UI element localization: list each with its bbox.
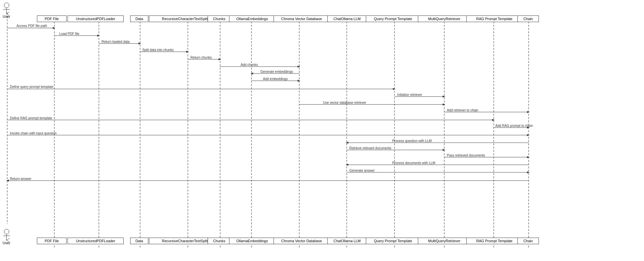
svg-text:Process question with LLM: Process question with LLM bbox=[392, 139, 432, 143]
svg-marker-17 bbox=[97, 35, 100, 37]
svg-marker-44 bbox=[443, 103, 445, 105]
lifeline-box-unstructured-bottom: UnstructuredPDFLoader bbox=[68, 238, 124, 244]
svg-text:Add retriever to chain: Add retriever to chain bbox=[447, 108, 478, 112]
svg-text:Access PDF file path: Access PDF file path bbox=[16, 24, 47, 28]
svg-marker-38 bbox=[393, 88, 395, 90]
lifeline-box-chroma-top: Chroma Vector Database bbox=[274, 15, 330, 22]
lifeline-box-chatollama-bottom: ChatOllama LLM bbox=[327, 238, 367, 244]
svg-marker-59 bbox=[346, 142, 348, 144]
svg-marker-29 bbox=[298, 66, 300, 68]
svg-text:Pass retrieved documents: Pass retrieved documents bbox=[447, 154, 485, 157]
svg-text:Split data into chunks: Split data into chunks bbox=[142, 48, 174, 52]
lifeline-box-data-top: Data bbox=[130, 15, 148, 22]
user-actor-top: User bbox=[3, 3, 10, 18]
lifeline-box-ollama-emb-top: OllamaEmbeddings bbox=[229, 15, 275, 22]
svg-marker-68 bbox=[346, 164, 348, 166]
lifeline-box-unstructured-top: UnstructuredPDFLoader bbox=[68, 15, 124, 22]
lifeline-box-query-prompt-top: Query Prompt Template bbox=[366, 15, 420, 22]
lifeline-box-chatollama-top: ChatOllama LLM bbox=[327, 15, 367, 22]
svg-marker-50 bbox=[492, 119, 495, 121]
svg-text:Generate answer: Generate answer bbox=[349, 169, 375, 172]
svg-text:Load PDF file: Load PDF file bbox=[59, 32, 79, 36]
svg-marker-56 bbox=[527, 134, 530, 136]
lifeline-box-chain-top: Chain bbox=[517, 15, 539, 22]
lifeline-box-chunks-bottom: Chunks bbox=[208, 238, 231, 244]
lifeline-box-chain-bottom: Chain bbox=[517, 238, 539, 244]
diagram-svg: Access PDF file path Load PDF file Retur… bbox=[0, 0, 644, 261]
user-head-bottom-icon bbox=[4, 229, 9, 234]
svg-text:Return answer: Return answer bbox=[10, 177, 32, 181]
user-actor-bottom: User bbox=[3, 229, 10, 245]
svg-marker-65 bbox=[527, 156, 530, 158]
svg-marker-23 bbox=[186, 51, 189, 53]
svg-marker-41 bbox=[443, 96, 445, 98]
lifeline-box-pdf-file-top: PDF File bbox=[37, 15, 67, 22]
svg-marker-26 bbox=[219, 58, 221, 60]
svg-text:Return chunks: Return chunks bbox=[190, 56, 212, 59]
svg-text:Invoke chain with input questi: Invoke chain with input question bbox=[10, 131, 57, 135]
svg-text:Initialize retriever: Initialize retriever bbox=[397, 93, 422, 97]
svg-text:Process documents with LLM: Process documents with LLM bbox=[392, 161, 435, 165]
lifeline-box-ollama-emb-bottom: OllamaEmbeddings bbox=[229, 238, 275, 244]
svg-text:Use vector database retriever: Use vector database retriever bbox=[323, 101, 366, 104]
svg-marker-14 bbox=[53, 27, 55, 29]
sequence-diagram: Access PDF file path Load PDF file Retur… bbox=[0, 0, 644, 261]
lifeline-box-query-prompt-bottom: Query Prompt Template bbox=[366, 238, 420, 244]
lifeline-box-multiquery-bottom: MultiQueryRetriever bbox=[418, 238, 471, 244]
svg-text:Return loaded data: Return loaded data bbox=[102, 40, 130, 44]
lifeline-box-rag-prompt-bottom: RAG Prompt Template bbox=[466, 238, 522, 244]
svg-text:Generate embeddings: Generate embeddings bbox=[260, 70, 293, 73]
lifeline-box-chroma-bottom: Chroma Vector Database bbox=[274, 238, 330, 244]
lifeline-box-chunks-top: Chunks bbox=[208, 15, 231, 22]
svg-marker-71 bbox=[527, 171, 530, 173]
lifeline-box-pdf-file-bottom: PDF File bbox=[37, 238, 67, 244]
svg-marker-62 bbox=[443, 149, 445, 151]
svg-text:Add embeddings: Add embeddings bbox=[263, 77, 288, 81]
svg-marker-74 bbox=[6, 180, 9, 182]
svg-text:Retrieve relevant documents: Retrieve relevant documents bbox=[349, 146, 391, 150]
user-head-icon bbox=[4, 3, 9, 8]
lifeline-box-multiquery-top: MultiQueryRetriever bbox=[418, 15, 471, 22]
svg-text:Add chunks: Add chunks bbox=[241, 63, 258, 67]
svg-marker-47 bbox=[527, 111, 530, 113]
lifeline-box-rag-prompt-top: RAG Prompt Template bbox=[466, 15, 522, 22]
svg-text:Define RAG prompt template: Define RAG prompt template bbox=[10, 116, 52, 120]
svg-text:Define query prompt template: Define query prompt template bbox=[10, 85, 53, 89]
svg-marker-32 bbox=[250, 72, 253, 74]
lifeline-box-data-bottom: Data bbox=[130, 238, 148, 244]
svg-text:Add RAG prompt to chain: Add RAG prompt to chain bbox=[495, 124, 533, 128]
svg-marker-20 bbox=[138, 43, 141, 44]
svg-marker-35 bbox=[298, 80, 300, 82]
